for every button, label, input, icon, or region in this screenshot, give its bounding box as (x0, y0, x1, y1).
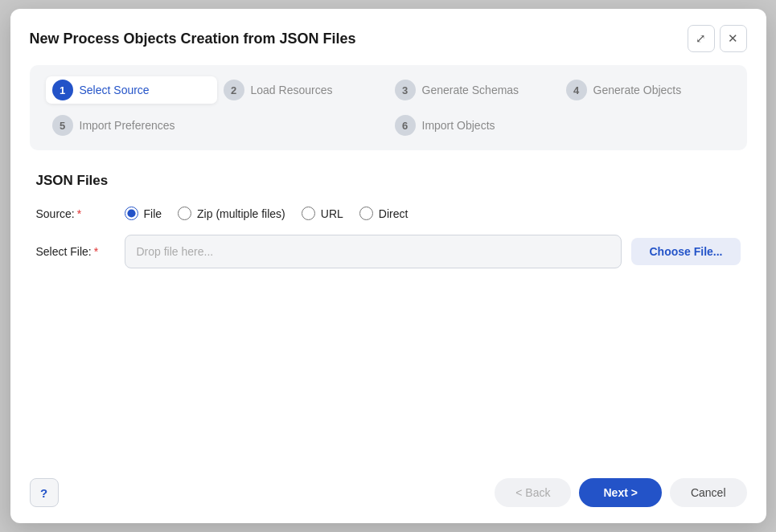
step-1-number: 1 (52, 80, 73, 100)
help-button[interactable]: ? (30, 478, 59, 507)
step-3-label: Generate Schemas (422, 84, 519, 96)
radio-zip-input[interactable] (178, 207, 191, 220)
source-label: Source: * (36, 207, 125, 220)
radio-file-label: File (144, 207, 162, 220)
close-button[interactable]: ✕ (720, 25, 747, 52)
source-radio-group: File Zip (multiple files) URL Direct (125, 207, 409, 220)
back-button[interactable]: < Back (495, 478, 571, 507)
radio-url-input[interactable] (302, 207, 315, 220)
radio-direct-input[interactable] (359, 207, 373, 220)
choose-file-button[interactable]: Choose File... (631, 238, 740, 265)
header-actions: ⤢ ✕ (688, 25, 747, 52)
step-3-number: 3 (395, 80, 416, 100)
file-input-row: Drop file here... Choose File... (125, 235, 741, 268)
dialog-content: JSON Files Source: * File Zip (multiple … (10, 150, 766, 465)
stepper: 1 Select Source 2 Load Resources 3 Gener… (30, 65, 747, 150)
step-6[interactable]: 6 Import Objects (388, 112, 731, 139)
dialog-header: New Process Objects Creation from JSON F… (10, 9, 766, 65)
section-title: JSON Files (36, 173, 741, 189)
file-label: Select File: * (36, 245, 125, 258)
radio-direct-label: Direct (379, 207, 409, 220)
main-dialog: New Process Objects Creation from JSON F… (10, 9, 766, 523)
radio-zip-label: Zip (multiple files) (197, 207, 285, 220)
dialog-footer: ? < Back Next > Cancel (10, 465, 766, 523)
step-2-number: 2 (224, 80, 244, 100)
dialog-title: New Process Objects Creation from JSON F… (30, 31, 356, 47)
radio-file[interactable]: File (125, 207, 162, 220)
cancel-button[interactable]: Cancel (670, 478, 747, 507)
step-1[interactable]: 1 Select Source (46, 76, 217, 104)
step-2-label: Load Resources (251, 84, 333, 96)
step-6-label: Import Objects (422, 119, 495, 132)
step-4-label: Generate Objects (593, 84, 682, 96)
next-button[interactable]: Next > (579, 478, 661, 507)
footer-right: < Back Next > Cancel (495, 478, 746, 507)
step-6-number: 6 (395, 115, 416, 136)
step-4[interactable]: 4 Generate Objects (560, 76, 731, 104)
source-row: Source: * File Zip (multiple files) URL (36, 207, 741, 220)
radio-zip[interactable]: Zip (multiple files) (178, 207, 285, 220)
radio-url-label: URL (321, 207, 343, 220)
step-2[interactable]: 2 Load Resources (217, 76, 388, 104)
radio-direct[interactable]: Direct (359, 207, 409, 220)
drop-placeholder: Drop file here... (137, 245, 214, 258)
stepper-row-1: 1 Select Source 2 Load Resources 3 Gener… (46, 76, 731, 104)
step-1-label: Select Source (80, 84, 150, 96)
step-5-label: Import Preferences (80, 119, 175, 132)
radio-url[interactable]: URL (302, 207, 343, 220)
step-4-number: 4 (566, 80, 587, 100)
step-5-number: 5 (52, 115, 73, 136)
radio-file-input[interactable] (125, 207, 138, 220)
file-required: * (94, 245, 98, 258)
step-3[interactable]: 3 Generate Schemas (388, 76, 560, 104)
file-row: Select File: * Drop file here... Choose … (36, 235, 741, 268)
stepper-row-2: 5 Import Preferences 6 Import Objects (46, 112, 731, 139)
expand-button[interactable]: ⤢ (688, 25, 715, 52)
source-required: * (77, 207, 81, 220)
drop-zone[interactable]: Drop file here... (125, 235, 622, 268)
step-5[interactable]: 5 Import Preferences (46, 112, 388, 139)
footer-left: ? (30, 478, 59, 507)
